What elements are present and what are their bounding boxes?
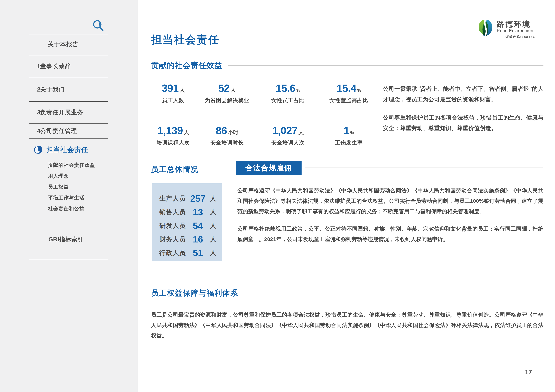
logo-name-en: Road Environment bbox=[497, 28, 544, 33]
stat-unit: % bbox=[357, 88, 361, 93]
subitem-label: 用人理念 bbox=[48, 173, 69, 179]
staff-row-finance: 财务人员 16 人 bbox=[159, 232, 222, 246]
sidebar-subitem-csr-charity[interactable]: 社会责任和公益 bbox=[48, 203, 114, 214]
divider bbox=[29, 219, 108, 219]
dash-right bbox=[537, 37, 544, 37]
paragraph: 公司尊重和保护员工的各项合法权益，珍惜员工的生命、健康与安全；尊重劳动、尊重知识… bbox=[383, 112, 543, 133]
search-icon[interactable] bbox=[92, 20, 104, 32]
staff-row-sales: 销售人员 13 人 bbox=[159, 205, 222, 219]
section1-heading-row: 贡献的社会责任效益 bbox=[151, 60, 543, 71]
sidebar-item-number: 2 bbox=[29, 86, 39, 93]
staff-unit: 人 bbox=[210, 235, 216, 243]
stat-value: 1 bbox=[344, 125, 349, 136]
stat-label: 为贫困县解决就业 bbox=[195, 97, 259, 104]
stat-unit: 人 bbox=[180, 87, 185, 93]
sidebar-subitems: 贡献的社会责任效益 用人理念 员工权益 平衡工作与生活 社会责任和公益 bbox=[48, 160, 114, 214]
sidebar-item-label: 关于我们 bbox=[39, 86, 65, 93]
logo-name-cn: 路德环境 bbox=[497, 20, 544, 28]
section3-heading: 员工权益保障与福利体系 bbox=[151, 288, 238, 298]
staff-value: 54 bbox=[186, 220, 210, 231]
stat-label: 工伤发生率 bbox=[317, 139, 380, 146]
sidebar-active-label: 担当社会责任 bbox=[43, 145, 88, 154]
staff-label: 生产人员 bbox=[159, 194, 186, 203]
stat-female-executive-ratio: 15.4% 女性董监高占比 bbox=[317, 82, 380, 104]
sidebar-item-responsible-business[interactable]: 3 负责任开展业务 bbox=[29, 101, 108, 123]
sidebar: 关于本报告 1 董事长致辞 2 关于我们 3 负责任开展业务 4 公司责任管理 bbox=[0, 0, 138, 392]
sidebar-subitem-social-benefit[interactable]: 贡献的社会责任效益 bbox=[48, 160, 114, 171]
sidebar-subitem-talent-philosophy[interactable]: 用人理念 bbox=[48, 171, 114, 181]
subitem-label: 贡献的社会责任效益 bbox=[48, 162, 95, 169]
stat-value: 86 bbox=[216, 125, 227, 136]
sidebar-item-about-us[interactable]: 2 关于我们 bbox=[29, 78, 108, 101]
subitem-label: 员工权益 bbox=[48, 184, 69, 191]
stat-value: 391 bbox=[162, 82, 179, 94]
logo-leaf-icon bbox=[476, 19, 495, 37]
stock-code: 证券代码:688156 bbox=[506, 35, 535, 39]
staff-unit: 人 bbox=[210, 194, 216, 203]
staff-label: 销售人员 bbox=[159, 208, 186, 216]
company-logo: 路德环境 Road Environment 证券代码:688156 bbox=[476, 19, 544, 39]
staff-value: 16 bbox=[186, 234, 210, 244]
sidebar-item-label: 关于本报告 bbox=[29, 41, 79, 48]
stat-value: 15.4 bbox=[337, 82, 356, 94]
logo-stock-row: 证券代码:688156 bbox=[497, 35, 544, 39]
sidebar-item-gri-index[interactable]: GRI指标索引 bbox=[29, 232, 108, 247]
staff-unit: 人 bbox=[210, 208, 216, 216]
sidebar-item-chairman-speech[interactable]: 1 董事长致辞 bbox=[29, 55, 108, 78]
legal-employment-badge: 合法合规雇佣 bbox=[236, 161, 301, 175]
globe-icon bbox=[34, 145, 43, 154]
stat-training-sessions: 1,139人 培训课程人次 bbox=[151, 125, 195, 146]
staff-label: 行政人员 bbox=[159, 249, 186, 257]
logo-text: 路德环境 Road Environment 证券代码:688156 bbox=[497, 19, 544, 39]
stat-employee-count: 391人 员工人数 bbox=[151, 82, 195, 104]
sidebar-subitem-work-life-balance[interactable]: 平衡工作与生活 bbox=[48, 192, 114, 203]
heading-rule bbox=[243, 293, 543, 293]
section1-heading: 贡献的社会责任效益 bbox=[151, 60, 222, 71]
staff-unit: 人 bbox=[210, 221, 216, 230]
staff-unit: 人 bbox=[210, 249, 216, 257]
stat-work-injury-rate: 1% 工伤发生率 bbox=[317, 125, 380, 146]
sidebar-item-social-responsibility-active[interactable]: 担当社会责任 bbox=[34, 145, 108, 154]
stats-row-1: 391人 员工人数 52人 为贫困县解决就业 15.6% 女性员工占比 15.4… bbox=[151, 82, 382, 104]
staff-value: 13 bbox=[186, 207, 210, 217]
stat-safety-training-people: 1,027人 安全培训人次 bbox=[259, 125, 317, 146]
stat-unit: % bbox=[350, 130, 354, 135]
stat-label: 员工人数 bbox=[151, 97, 195, 104]
dash-left bbox=[497, 37, 504, 37]
stat-label: 女性员工占比 bbox=[259, 97, 317, 104]
stat-unit: 人 bbox=[231, 87, 236, 93]
stat-unit: 人 bbox=[184, 129, 189, 135]
staff-label: 研发人员 bbox=[159, 221, 186, 230]
paragraph: 公司严格杜绝歧视用工政策，公平、公正对待不同国籍、种族、性别、年龄、宗教信仰和文… bbox=[237, 223, 543, 244]
stat-unit: 人 bbox=[299, 129, 304, 135]
sidebar-item-label: 董事长致辞 bbox=[39, 62, 71, 70]
staff-label: 财务人员 bbox=[159, 235, 186, 243]
stat-label: 安全培训人次 bbox=[259, 139, 317, 146]
page-number: 17 bbox=[525, 369, 532, 376]
stat-value: 52 bbox=[218, 82, 230, 94]
section3-heading-row: 员工权益保障与福利体系 bbox=[151, 288, 543, 298]
subitem-label: 平衡工作与生活 bbox=[48, 194, 85, 201]
report-page: 关于本报告 1 董事长致辞 2 关于我们 3 负责任开展业务 4 公司责任管理 bbox=[0, 0, 555, 392]
sidebar-item-label: GRI指标索引 bbox=[29, 235, 83, 243]
staff-value: 257 bbox=[186, 193, 210, 204]
sidebar-item-responsibility-management[interactable]: 4 公司责任管理 bbox=[29, 123, 108, 138]
heading-rule bbox=[228, 65, 543, 66]
sidebar-subitem-employee-rights[interactable]: 员工权益 bbox=[48, 181, 114, 192]
stat-safety-training-hours: 86小时 安全培训时长 bbox=[195, 125, 259, 146]
section2-heading: 员工总体情况 bbox=[151, 164, 198, 174]
welfare-system-paragraph: 员工是公司最宝贵的资源和财富，公司尊重和保护员工的各项合法权益，珍惜员工的生命、… bbox=[151, 309, 543, 341]
staff-row-rnd: 研发人员 54 人 bbox=[159, 219, 222, 232]
stat-label: 培训课程人次 bbox=[151, 139, 195, 146]
stat-unit: 小时 bbox=[228, 129, 238, 135]
sidebar-item-number: 1 bbox=[29, 63, 39, 70]
divider bbox=[29, 259, 108, 259]
sidebar-item-label: 负责任开展业务 bbox=[39, 108, 83, 116]
sidebar-item-about-report[interactable]: 关于本报告 bbox=[29, 34, 108, 55]
staff-row-production: 生产人员 257 人 bbox=[159, 192, 222, 205]
legal-employment-paragraphs: 公司严格遵守《中华人民共和国劳动法》《中华人民共和国劳动合同法》《中华人民共和国… bbox=[237, 185, 543, 251]
stat-female-employee-ratio: 15.6% 女性员工占比 bbox=[259, 82, 317, 104]
stat-poverty-county-jobs: 52人 为贫困县解决就业 bbox=[195, 82, 259, 104]
sidebar-item-label: 公司责任管理 bbox=[39, 127, 77, 135]
stat-unit: % bbox=[296, 88, 300, 93]
